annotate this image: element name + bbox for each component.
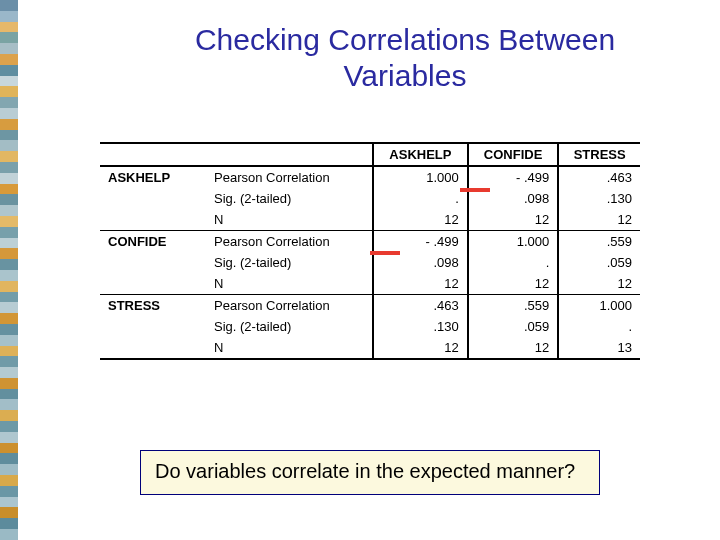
decorative-sidebar [0,0,18,540]
annotation-mark [370,251,400,255]
var-stress: STRESS [100,295,206,317]
callout-box: Do variables correlate in the expected m… [140,450,600,495]
table-row: Sig. (2-tailed) .098 . .059 [100,252,640,273]
table-row: Sig. (2-tailed) .130 .059 . [100,316,640,337]
col-askhelp: ASKHELP [373,143,468,166]
table-row: Sig. (2-tailed) . .098 .130 [100,188,640,209]
table-row: STRESS Pearson Correlation .463 .559 1.0… [100,295,640,317]
table-row: ASKHELP Pearson Correlation 1.000 - .499… [100,166,640,188]
var-askhelp: ASKHELP [100,166,206,188]
callout-text: Do variables correlate in the expected m… [155,460,575,482]
table-row: CONFIDE Pearson Correlation - .499 1.000… [100,231,640,253]
col-stress: STRESS [558,143,640,166]
annotation-mark [460,188,490,192]
table-row: N 12 12 12 [100,273,640,295]
table-header-row: ASKHELP CONFIDE STRESS [100,143,640,166]
page-title: Checking Correlations Between Variables [150,22,660,94]
table-row: N 12 12 13 [100,337,640,359]
table-row: N 12 12 12 [100,209,640,231]
col-confide: CONFIDE [468,143,559,166]
var-confide: CONFIDE [100,231,206,253]
